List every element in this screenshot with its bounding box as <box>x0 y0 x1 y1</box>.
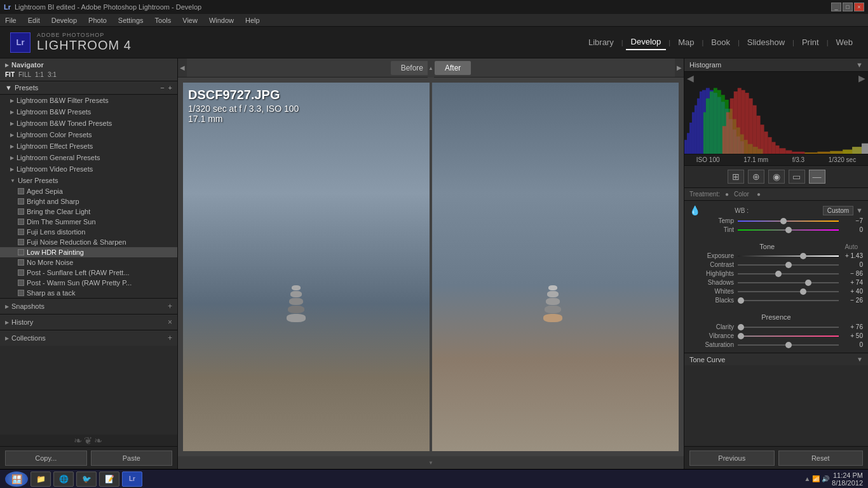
temp-thumb[interactable] <box>780 218 787 224</box>
tone-curve-header[interactable]: Tone Curve ▼ <box>684 353 868 365</box>
gradient-tool[interactable]: ▭ <box>789 170 805 184</box>
list-item[interactable]: Bright and Sharp <box>0 196 177 207</box>
paste-button[interactable]: Paste <box>91 451 173 466</box>
preset-group-video-header[interactable]: ▶ Lightroom Video Presets <box>0 163 177 175</box>
after-label[interactable]: After <box>435 61 471 75</box>
saturation-thumb[interactable] <box>785 342 792 348</box>
adjustment-tool[interactable]: — <box>809 170 825 184</box>
vibrance-thumb[interactable] <box>738 333 744 339</box>
taskbar-app-explorer[interactable]: 📁 <box>31 471 51 487</box>
left-collapse-icon[interactable]: ◀ <box>178 58 187 77</box>
contrast-slider[interactable] <box>738 263 839 267</box>
blacks-slider[interactable] <box>738 299 839 302</box>
heal-tool[interactable]: ⊕ <box>748 170 764 184</box>
histogram-down-icon[interactable]: ▼ <box>856 61 863 69</box>
list-item[interactable]: Aged Sepia <box>0 186 177 196</box>
tab-library[interactable]: Library <box>583 35 619 50</box>
list-item[interactable]: Dim The Summer Sun <box>0 217 177 227</box>
tab-map[interactable]: Map <box>673 35 699 50</box>
list-item[interactable]: Fuji Noise Reduction & Sharpen <box>0 237 177 247</box>
tab-web[interactable]: Web <box>831 35 858 50</box>
snapshots-plus-icon[interactable]: + <box>168 302 172 311</box>
taskbar-app-word[interactable]: 📝 <box>99 471 119 487</box>
nav-3to1[interactable]: 3:1 <box>48 71 57 78</box>
snapshots-header[interactable]: ▶ Snapshots + <box>0 299 177 314</box>
list-item[interactable]: Sharp as a tack <box>0 288 177 298</box>
blacks-thumb[interactable] <box>738 297 744 304</box>
presets-plus-icon[interactable]: + <box>168 84 172 92</box>
maximize-button[interactable]: □ <box>843 3 853 11</box>
list-item[interactable]: Post - Warm Sun (RAW Pretty P... <box>0 278 177 288</box>
whites-slider[interactable] <box>738 290 839 294</box>
tint-thumb[interactable] <box>785 227 792 233</box>
eyedropper-tool[interactable]: 💧 <box>689 205 700 215</box>
nav-fit[interactable]: FIT <box>5 71 15 78</box>
preset-group-bw-header[interactable]: ▶ Lightroom B&W Presets <box>0 106 177 118</box>
menu-settings[interactable]: Settings <box>116 17 146 24</box>
redeye-tool[interactable]: ◉ <box>768 170 785 184</box>
tint-slider[interactable] <box>738 228 839 232</box>
wb-dropdown-icon[interactable]: ▼ <box>856 207 863 214</box>
history-close-icon[interactable]: × <box>168 318 172 327</box>
copy-button[interactable]: Copy... <box>5 451 87 466</box>
menu-view[interactable]: View <box>180 17 200 24</box>
contrast-thumb[interactable] <box>785 262 792 268</box>
hist-right-arrow-icon[interactable]: ▶ <box>858 73 865 83</box>
exposure-thumb[interactable] <box>800 253 806 259</box>
list-item[interactable]: Fuji Lens distortion <box>0 227 177 237</box>
menu-edit[interactable]: Edit <box>25 17 43 24</box>
shadows-slider[interactable] <box>738 281 839 285</box>
menu-tools[interactable]: Tools <box>153 17 174 24</box>
menu-file[interactable]: File <box>3 17 19 24</box>
menu-window[interactable]: Window <box>207 17 236 24</box>
before-label[interactable]: Before <box>391 61 433 75</box>
collections-header[interactable]: ▶ Collections + <box>0 330 177 346</box>
menu-help[interactable]: Help <box>243 17 262 24</box>
presets-minus-icon[interactable]: − <box>160 84 164 92</box>
clarity-slider[interactable] <box>738 325 839 329</box>
vibrance-slider[interactable] <box>738 334 839 338</box>
history-header[interactable]: ▶ History × <box>0 315 177 330</box>
tone-auto-button[interactable]: Auto <box>844 243 858 250</box>
list-item[interactable]: Post - Sunflare Left (RAW Prett... <box>0 268 177 278</box>
whites-thumb[interactable] <box>800 288 806 295</box>
preset-group-user-header[interactable]: ▼ User Presets <box>0 175 177 186</box>
close-button[interactable]: × <box>854 3 864 11</box>
menu-photo[interactable]: Photo <box>86 17 109 24</box>
reset-button[interactable]: Reset <box>778 451 864 466</box>
preset-group-bw-toned-header[interactable]: ▶ Lightroom B&W Toned Presets <box>0 118 177 129</box>
preset-group-color-header[interactable]: ▶ Lightroom Color Presets <box>0 129 177 140</box>
clarity-thumb[interactable] <box>738 324 744 330</box>
list-item[interactable]: No More Noise <box>0 257 177 268</box>
temp-slider[interactable] <box>738 219 839 223</box>
wb-value[interactable]: Custom <box>823 206 853 215</box>
collections-plus-icon[interactable]: + <box>168 334 172 342</box>
taskbar-app-chrome[interactable]: 🌐 <box>53 471 74 487</box>
exposure-slider[interactable] <box>738 254 839 258</box>
shadows-thumb[interactable] <box>805 280 811 286</box>
highlights-thumb[interactable] <box>775 271 782 277</box>
list-item[interactable]: Bring the Clear Light <box>0 207 177 217</box>
hist-left-arrow-icon[interactable]: ◀ <box>687 73 694 83</box>
tone-curve-expand-icon[interactable]: ▼ <box>857 356 863 363</box>
saturation-slider[interactable] <box>738 343 839 347</box>
nav-fill[interactable]: FILL <box>18 71 31 78</box>
previous-button[interactable]: Previous <box>689 451 775 466</box>
list-item-selected[interactable]: Low HDR Painting <box>0 247 177 257</box>
tab-print[interactable]: Print <box>797 35 824 50</box>
taskbar-app-twitter[interactable]: 🐦 <box>76 471 97 487</box>
nav-1to1[interactable]: 1:1 <box>35 71 44 78</box>
right-collapse-icon[interactable]: ▶ <box>675 58 684 77</box>
tab-develop[interactable]: Develop <box>626 34 667 50</box>
tab-book[interactable]: Book <box>706 35 735 50</box>
minimize-button[interactable]: _ <box>831 3 841 11</box>
taskbar-app-lightroom[interactable]: Lr <box>122 471 142 487</box>
preset-group-bw-filter-header[interactable]: ▶ Lightroom B&W Filter Presets <box>0 95 177 106</box>
window-controls[interactable]: _ □ × <box>831 3 864 11</box>
menu-develop[interactable]: Develop <box>49 17 79 24</box>
tab-slideshow[interactable]: Slideshow <box>742 35 790 50</box>
crop-tool[interactable]: ⊞ <box>728 170 744 184</box>
preset-group-general-header[interactable]: ▶ Lightroom General Presets <box>0 152 177 163</box>
start-button[interactable]: 🪟 <box>5 471 28 487</box>
preset-group-effect-header[interactable]: ▶ Lightroom Effect Presets <box>0 140 177 152</box>
